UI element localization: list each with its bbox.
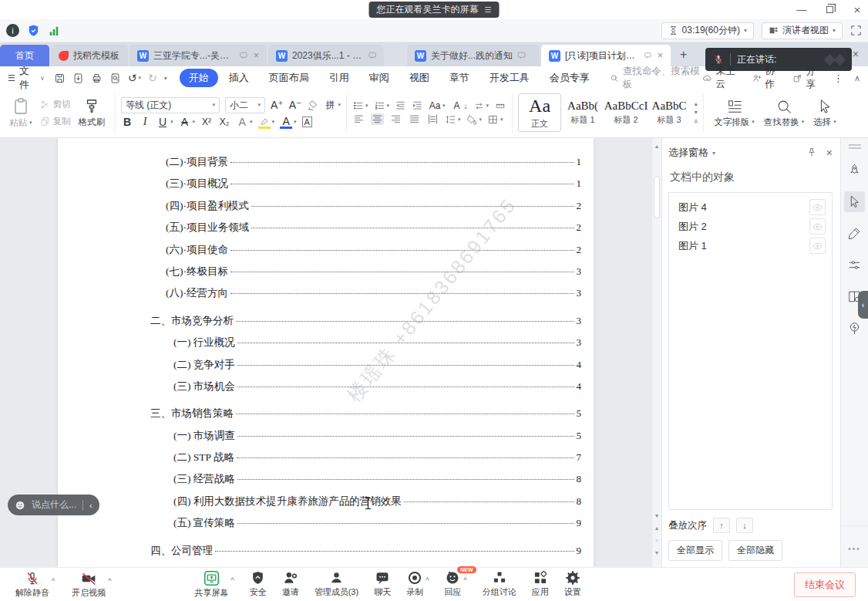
start-video-button[interactable]: 开启视频 ^ <box>72 571 111 599</box>
edit-pen-icon[interactable] <box>844 223 865 244</box>
distribute-icon[interactable] <box>426 113 439 125</box>
toc-entry[interactable]: (五)·项目业务领域 2 <box>58 221 594 242</box>
object-list-item[interactable]: 图片 2 <box>669 217 832 236</box>
browse-object-icon[interactable]: ▫ <box>656 537 658 544</box>
styles-more-icon[interactable]: ≡ <box>694 117 698 125</box>
hide-all-button[interactable]: 全部隐藏 <box>728 540 782 561</box>
quick-chat-pill[interactable]: 说点什么... ‹ <box>8 495 99 515</box>
tab-doc-1[interactable]: W 三亚学院专...-吴兰卡2 × <box>130 45 267 66</box>
increase-indent-icon[interactable] <box>412 100 423 111</box>
styles-down-icon[interactable]: ▾ <box>695 109 698 116</box>
object-list-item[interactable]: 图片 1 <box>669 236 832 255</box>
tab-doc-active[interactable]: W [只读]项目计划书.docx × <box>541 45 671 66</box>
undo-button[interactable]: ↺▾ <box>128 72 141 84</box>
paste-button[interactable]: 粘贴▾ <box>5 97 37 129</box>
underline-button[interactable]: U▾ <box>156 116 173 128</box>
ribbon-tab[interactable]: 章节 <box>440 69 479 87</box>
tab-home[interactable]: 首页 <box>0 45 49 66</box>
collapse-panel-tab[interactable]: ‹ <box>858 291 868 319</box>
highlight-color-button[interactable]: ▾ <box>258 116 275 129</box>
clear-format-icon[interactable] <box>307 100 318 111</box>
style-item[interactable]: AaBbC 标题 3 <box>648 93 691 132</box>
tab-ruler-icon[interactable] <box>494 101 506 111</box>
invite-button[interactable]: 邀请 <box>282 570 299 598</box>
object-list-item[interactable]: 图片 4 <box>669 198 832 217</box>
move-down-button[interactable]: ↓ <box>736 518 753 533</box>
meeting-timer-button[interactable]: 03:19(60分钟) ▾ <box>661 22 754 39</box>
bullet-list-button[interactable]: ▾ <box>352 100 368 111</box>
cut-button[interactable]: 剪切 <box>37 97 74 112</box>
ribbon-tab[interactable]: 审阅 <box>360 69 399 87</box>
visibility-toggle[interactable] <box>809 238 826 254</box>
new-tab-button[interactable]: + <box>672 48 695 62</box>
styles-up-icon[interactable]: ▴ <box>695 100 698 107</box>
show-all-button[interactable]: 全部显示 <box>668 540 722 561</box>
toc-entry[interactable]: 四、公司管理 9 <box>58 544 594 566</box>
borders-button[interactable]: ▾ <box>487 114 503 125</box>
minimize-button[interactable]: — <box>796 3 808 15</box>
ribbon-tab[interactable]: 插入 <box>220 69 258 87</box>
subscript-button[interactable]: X₂ <box>218 116 230 127</box>
share-options-icon[interactable]: ^ <box>230 576 234 584</box>
command-search[interactable]: 查找命令、搜索模板 <box>610 65 703 91</box>
decrease-indent-icon[interactable] <box>395 100 406 111</box>
align-left-icon[interactable] <box>352 113 365 125</box>
character-border-button[interactable]: A <box>302 116 312 127</box>
tab-doc-2[interactable]: W 2023俱乐...1 - 副本 <box>268 45 384 66</box>
prev-page-icon[interactable]: ▴ <box>655 525 658 532</box>
move-up-button[interactable]: ↑ <box>713 518 730 533</box>
strikethrough-button[interactable]: A▾ <box>179 116 196 128</box>
visibility-toggle[interactable] <box>809 218 826 235</box>
seal-stamp-icon[interactable] <box>844 318 865 339</box>
file-menu-button[interactable]: ☰ 文件 ∨ <box>8 64 45 92</box>
shading-button[interactable]: ▾ <box>466 114 483 125</box>
toc-entry[interactable]: (二) STP 战略 7 <box>58 451 594 472</box>
fullscreen-icon[interactable] <box>850 25 862 36</box>
settings-sliders-icon[interactable] <box>844 255 865 275</box>
toc-entry[interactable]: (一) 市场调查 5 <box>58 429 594 451</box>
select-button[interactable]: 选择▾ <box>809 98 841 128</box>
ribbon-tab[interactable]: 开发工具 <box>480 69 539 87</box>
scrollbar-thumb[interactable] <box>654 176 660 218</box>
meeting-info-icon[interactable]: i <box>6 24 19 37</box>
close-window-button[interactable]: × <box>851 3 863 15</box>
tabbar-close-icon[interactable]: × <box>853 48 859 60</box>
tab-docer[interactable]: 找稻壳模板 <box>51 45 128 66</box>
rail-more-icon[interactable]: ••• <box>848 545 861 553</box>
ribbon-tab[interactable]: 会员专享 <box>540 69 599 87</box>
change-case-button[interactable]: Aa▾ <box>429 100 446 111</box>
toc-entry[interactable]: 二、市场竞争分析 3 <box>58 314 594 336</box>
format-painter-button[interactable]: 格式刷 <box>74 98 110 128</box>
rail-drag-handle[interactable] <box>849 144 861 149</box>
collapse-ribbon-icon[interactable]: ∧ <box>854 73 860 83</box>
toc-entry[interactable]: (三) 市场机会 4 <box>58 380 594 401</box>
reactions-button[interactable]: 回应 NEW ^ <box>444 570 466 598</box>
reactions-options-icon[interactable]: ^ <box>463 576 466 584</box>
view-mode-button[interactable]: 演讲者视图 ▾ <box>762 22 843 39</box>
justify-icon[interactable] <box>408 113 421 125</box>
copy-button[interactable]: 复制 <box>37 114 74 129</box>
print-icon[interactable] <box>91 73 103 84</box>
sort-button[interactable]: A↓ <box>451 100 468 111</box>
ribbon-tab[interactable]: 视图 <box>400 69 439 87</box>
more-options-icon[interactable]: ⋮ <box>833 73 843 84</box>
scroll-up-icon[interactable]: ▴ <box>655 143 658 150</box>
toc-entry[interactable]: (八)·经营方向 3 <box>58 286 594 308</box>
text-effects-button[interactable]: A▾ <box>236 116 253 128</box>
toc-entry[interactable]: (三) 经营战略 8 <box>58 472 594 494</box>
select-tool-icon[interactable] <box>844 191 865 212</box>
pinyin-guide-button[interactable]: 拼▾ <box>324 99 341 112</box>
banner-menu-icon[interactable]: ☰ <box>485 5 492 14</box>
scroll-down-icon[interactable]: ▾ <box>655 512 658 519</box>
mic-options-icon[interactable]: ^ <box>52 577 55 585</box>
tab-close-icon[interactable]: × <box>658 50 663 61</box>
toc-entry[interactable]: (四)·项目盈利模式 2 <box>58 199 594 221</box>
chat-button[interactable]: 聊天 <box>374 570 391 598</box>
restore-button[interactable] <box>823 3 836 15</box>
line-spacing-button[interactable]: ▾ <box>445 114 461 125</box>
end-meeting-button[interactable]: 结束会议 <box>794 572 856 597</box>
toc-entry[interactable]: (六)·项目使命 2 <box>58 243 594 265</box>
find-replace-button[interactable]: 查找替换▾ <box>759 98 809 128</box>
qat-more-icon[interactable]: ▾ <box>164 75 167 82</box>
collapse-chat-icon[interactable]: ‹ <box>89 501 93 510</box>
